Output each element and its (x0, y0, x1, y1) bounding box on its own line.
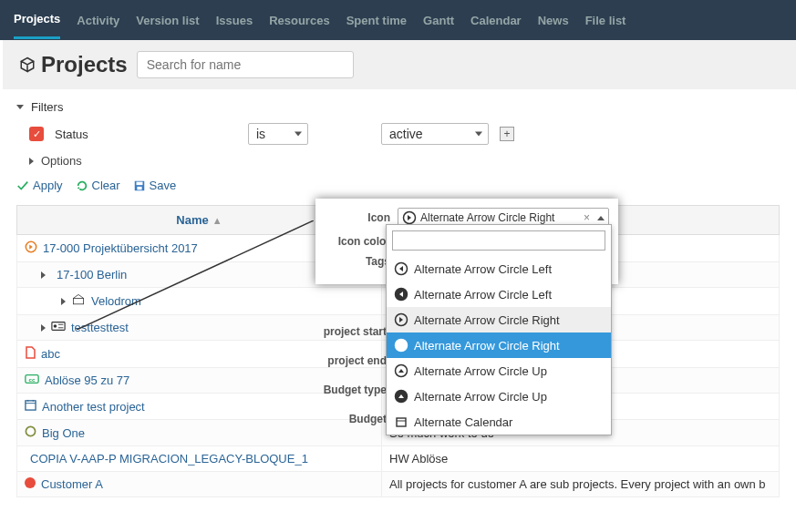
nav-projects[interactable]: Projects (14, 1, 60, 39)
project-link[interactable]: 17-000 Projektübersicht 2017 (43, 241, 198, 255)
check-icon (16, 179, 29, 192)
nav-resources[interactable]: Resources (269, 3, 329, 38)
nav-issues[interactable]: Issues (216, 3, 253, 38)
chevron-down-icon (16, 105, 24, 109)
nav-spent-time[interactable]: Spent time (346, 3, 407, 38)
dropdown-option[interactable]: Alternate Arrow Circle Left (387, 281, 611, 307)
svg-rect-11 (26, 401, 36, 410)
table-row: Customer AAll projects for customer A ar… (17, 472, 780, 497)
nav-activity[interactable]: Activity (77, 3, 119, 38)
save-button[interactable]: Save (133, 179, 177, 192)
clear-icon[interactable]: × (580, 211, 594, 224)
filters-label: Filters (31, 100, 63, 114)
nav-version-list[interactable]: Version list (136, 3, 199, 38)
project-link[interactable]: 17-100 Berlin (57, 268, 127, 281)
page-header: Projects (0, 40, 796, 89)
row-icon (51, 321, 66, 334)
row-icon (25, 240, 37, 256)
cube-icon (19, 56, 36, 73)
project-link[interactable]: Another test project (42, 400, 145, 414)
expander-icon[interactable] (41, 271, 46, 279)
svg-rect-23 (397, 418, 406, 426)
panel-side-labels: project start project end Budget type Bu… (317, 325, 387, 442)
svg-rect-2 (137, 186, 141, 189)
tags-label: Tags (325, 255, 390, 268)
arrow-circle-right-icon (402, 210, 417, 225)
nav-calendar[interactable]: Calendar (470, 3, 522, 38)
svg-point-15 (26, 426, 35, 435)
icon-dropdown: Alternate Arrow Circle LeftAlternate Arr… (386, 224, 612, 435)
row-icon (25, 399, 36, 414)
filter-status-row: ✓ Status is active + (29, 123, 780, 145)
icon-color-label: Icon color (325, 235, 390, 248)
status-label: Status (55, 128, 237, 141)
row-description: HW Ablöse (382, 446, 780, 472)
nav-news[interactable]: News (538, 3, 569, 38)
nav-gantt[interactable]: Gantt (423, 3, 454, 38)
project-link[interactable]: testtesttest (71, 321, 129, 334)
options-header[interactable]: Options (29, 154, 780, 168)
clear-button[interactable]: Clear (76, 179, 120, 192)
dropdown-search-input[interactable] (392, 230, 605, 251)
row-icon (25, 477, 36, 491)
chevron-right-icon (29, 158, 34, 165)
apply-button[interactable]: Apply (16, 179, 63, 192)
nav-file-list[interactable]: File list (585, 3, 626, 38)
caret-up-icon[interactable] (597, 216, 605, 220)
project-link[interactable]: Customer A (41, 477, 103, 491)
row-icon (25, 346, 36, 362)
row-icon (25, 425, 36, 440)
project-link[interactable]: abc (41, 347, 60, 361)
project-link[interactable]: COPIA V-AAP-P MIGRACION_LEGACY-BLOQUE_1 (30, 452, 308, 466)
disk-icon (133, 179, 146, 192)
page-title: Projects (19, 52, 128, 77)
dropdown-option[interactable]: Alternate Arrow Circle Left (387, 256, 611, 281)
filter-operator-select[interactable]: is (248, 123, 308, 145)
row-icon (71, 293, 86, 309)
expander-icon[interactable] (41, 324, 46, 332)
row-icon: cc (25, 373, 39, 387)
svg-rect-1 (136, 181, 142, 185)
filter-value-select[interactable]: active (381, 123, 489, 145)
table-row: COPIA V-AAP-P MIGRACION_LEGACY-BLOQUE_1H… (17, 446, 780, 472)
row-description: All projects for customer A are sub proj… (382, 472, 780, 497)
expander-icon[interactable] (61, 298, 66, 305)
dropdown-option[interactable]: Alternate Calendar (387, 409, 611, 435)
project-link[interactable]: Velodrom (91, 294, 141, 308)
dropdown-option[interactable]: Alternate Arrow Circle Up (387, 384, 611, 409)
svg-rect-4 (73, 298, 83, 303)
dropdown-option[interactable]: Alternate Arrow Circle Right (387, 332, 611, 358)
status-checkbox[interactable]: ✓ (29, 127, 44, 141)
svg-point-6 (54, 324, 57, 328)
add-filter-button[interactable]: + (500, 127, 514, 141)
svg-text:cc: cc (29, 376, 36, 383)
icon-select-value: Alternate Arrow Circle Right (420, 211, 554, 224)
icon-field-label: Icon (325, 211, 390, 224)
dropdown-option[interactable]: Alternate Arrow Circle Up (387, 358, 611, 384)
reload-icon (76, 179, 88, 192)
query-actions: Apply Clear Save (16, 179, 780, 192)
project-link[interactable]: Ablöse 95 zu 77 (45, 373, 129, 387)
dropdown-option[interactable]: Alternate Arrow Circle Right (387, 307, 611, 332)
sort-asc-icon: ▲ (212, 215, 222, 226)
project-link[interactable]: Big One (42, 426, 85, 440)
search-input[interactable] (137, 51, 354, 78)
filters-header[interactable]: Filters (16, 100, 780, 114)
top-nav: Projects Activity Version list Issues Re… (0, 0, 796, 40)
options-label: Options (41, 154, 82, 168)
dropdown-list[interactable]: Alternate Arrow Circle LeftAlternate Arr… (387, 256, 611, 435)
